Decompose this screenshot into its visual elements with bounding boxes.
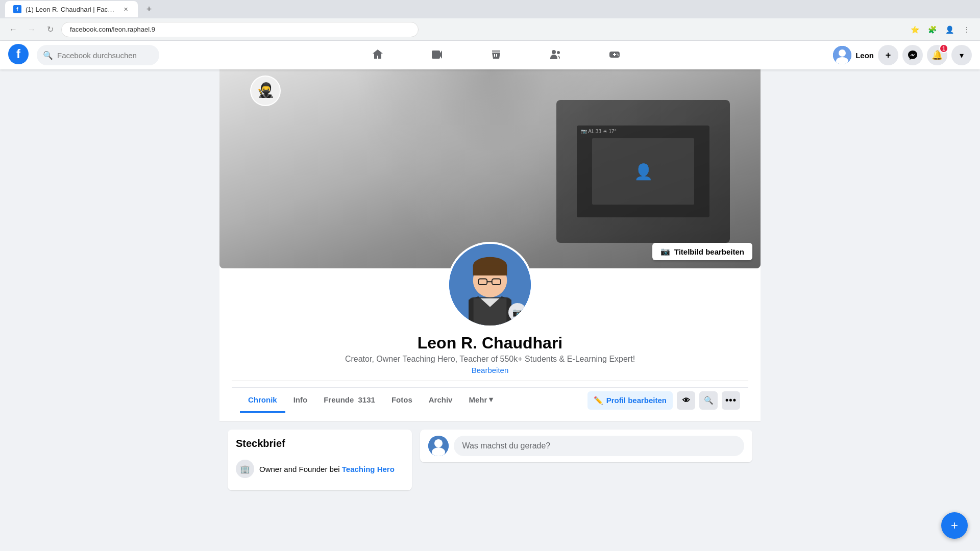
new-tab-button[interactable]: + [142, 2, 156, 16]
svg-text:f: f [16, 47, 21, 61]
marketplace-nav-icon[interactable] [467, 43, 526, 67]
edit-profile-label: Profil bearbeiten [606, 396, 667, 405]
cover-photo: 📷 AL 33 ☀ 17° 👤 🥷 📷 Titelbild bearbeiten [219, 69, 761, 268]
corner-logo: 🥷 [250, 76, 281, 106]
svg-point-9 [617, 54, 618, 55]
gaming-icon [608, 48, 621, 61]
refresh-button[interactable]: ↻ [43, 22, 57, 37]
svg-point-12 [839, 49, 846, 57]
facebook-logo[interactable]: f [8, 44, 29, 66]
svg-point-10 [618, 55, 619, 56]
steckbrief-card: Steckbrief 🏢 Owner and Founder bei Teach… [228, 430, 412, 490]
nav-user-profile[interactable]: Leon [833, 46, 874, 64]
fb-logo-icon: f [8, 44, 29, 64]
search-box[interactable]: 🔍 [37, 45, 159, 65]
notifications-button[interactable]: 🔔 1 [927, 45, 947, 65]
gaming-nav-icon[interactable] [585, 43, 644, 67]
camera-small-icon: 📷 [512, 308, 523, 317]
watch-nav-icon[interactable] [407, 43, 467, 67]
home-nav-icon[interactable] [348, 43, 407, 67]
view-as-button[interactable]: 👁 [677, 391, 695, 410]
profile-info-section: 📷 Leon R. Chaudhari Creator, Owner Teach… [219, 242, 761, 421]
tab-mehr[interactable]: Mehr ▾ [460, 388, 501, 413]
marketplace-icon [490, 48, 502, 61]
edit-bio-link[interactable]: Bearbeiten [232, 366, 748, 374]
profile-divider [232, 381, 748, 381]
groups-nav-icon[interactable] [526, 43, 585, 67]
plus-icon: + [886, 50, 891, 61]
menu-icon[interactable]: ⋮ [960, 22, 974, 37]
pencil-icon: ✏️ [594, 396, 603, 405]
forward-button[interactable]: → [24, 22, 39, 37]
nav-right-section: Leon + 🔔 1 ▾ [833, 45, 972, 65]
change-avatar-button[interactable]: 📷 [508, 303, 527, 321]
bookmark-icon[interactable]: ⭐ [908, 22, 922, 37]
more-icon: ••• [725, 395, 737, 406]
steckbrief-text-work: Owner and Founder bei Teaching Hero [259, 465, 395, 473]
extensions-icon[interactable]: 🧩 [925, 22, 939, 37]
profile-avatar-wrap: 📷 [232, 242, 748, 328]
tab-freunde[interactable]: Freunde 3131 [315, 388, 383, 413]
browser-right-icons: ⭐ 🧩 👤 ⋮ [908, 22, 974, 37]
notification-badge: 1 [939, 44, 948, 53]
eye-icon: 👁 [682, 396, 690, 405]
browser-tab[interactable]: f (1) Leon R. Chaudhari | Faceb... ✕ [5, 1, 138, 17]
composer-placeholder: Was machst du gerade? [462, 441, 550, 450]
profile-bio: Creator, Owner Teaching Hero, Teacher of… [232, 355, 748, 364]
search-icon: 🔍 [43, 51, 53, 60]
address-bar[interactable]: facebook.com/leon.raphael.9 [61, 22, 419, 37]
svg-point-26 [434, 439, 443, 447]
search-profile-button[interactable]: 🔍 [699, 391, 718, 410]
svg-marker-3 [440, 51, 442, 59]
back-button[interactable]: ← [6, 22, 20, 37]
tab-fotos[interactable]: Fotos [383, 388, 421, 413]
steckbrief-title: Steckbrief [236, 438, 404, 449]
user-avatar-icon [833, 46, 851, 64]
right-column: Was machst du gerade? [420, 430, 752, 490]
profile-header: 📷 AL 33 ☀ 17° 👤 🥷 📷 Titelbild bearbeiten [219, 69, 761, 421]
work-icon: 🏢 [236, 460, 254, 478]
teaching-hero-link[interactable]: Teaching Hero [342, 465, 395, 473]
groups-icon [549, 48, 561, 61]
profile-name: Leon R. Chaudhari [232, 334, 748, 353]
left-column: Steckbrief 🏢 Owner and Founder bei Teach… [228, 430, 412, 490]
account-menu-button[interactable]: ▾ [951, 45, 972, 65]
profile-icon[interactable]: 👤 [942, 22, 957, 37]
fab-plus-icon: + [951, 518, 958, 533]
browser-toolbar: ← → ↻ facebook.com/leon.raphael.9 ⭐ 🧩 👤 … [0, 18, 980, 41]
corner-avatar-icon: 🥷 [251, 77, 280, 105]
tab-title: (1) Leon R. Chaudhari | Faceb... [26, 6, 117, 13]
profile-main-content: Steckbrief 🏢 Owner and Founder bei Teach… [219, 421, 761, 498]
composer-avatar-icon [428, 436, 449, 456]
more-options-button[interactable]: ••• [722, 391, 740, 410]
nav-center-icons [163, 43, 829, 67]
profile-avatar: 📷 [447, 242, 533, 328]
close-tab-button[interactable]: ✕ [121, 5, 130, 13]
create-button[interactable]: + [878, 45, 898, 65]
url-text: facebook.com/leon.raphael.9 [70, 26, 155, 33]
facebook-navbar: f 🔍 [0, 41, 980, 69]
profile-tab-actions: ✏️ Profil bearbeiten 👁 🔍 ••• [587, 391, 740, 410]
search-profile-icon: 🔍 [704, 396, 714, 405]
tab-info[interactable]: Info [285, 388, 316, 413]
edit-profile-button[interactable]: ✏️ Profil bearbeiten [587, 391, 673, 410]
composer-input[interactable]: Was machst du gerade? [454, 436, 744, 456]
profile-tabs: Chronik Info Freunde 3131 Fotos Archiv M… [232, 387, 748, 413]
search-input[interactable] [57, 51, 153, 60]
fab-create-button[interactable]: + [941, 512, 968, 539]
video-icon [431, 48, 443, 61]
page-content: 📷 AL 33 ☀ 17° 👤 🥷 📷 Titelbild bearbeiten [0, 69, 980, 551]
messenger-button[interactable] [902, 45, 923, 65]
messenger-icon [908, 50, 918, 60]
friends-count: 3131 [358, 395, 375, 404]
composer-avatar [428, 436, 449, 456]
tab-chronik[interactable]: Chronik [240, 388, 285, 413]
svg-rect-2 [432, 51, 440, 59]
nav-avatar [833, 46, 851, 64]
nav-user-name: Leon [855, 51, 874, 60]
tab-archiv[interactable]: Archiv [421, 388, 461, 413]
home-icon [372, 48, 384, 61]
svg-point-5 [557, 51, 560, 54]
browser-favicon: f [13, 5, 21, 13]
svg-rect-20 [473, 266, 507, 276]
